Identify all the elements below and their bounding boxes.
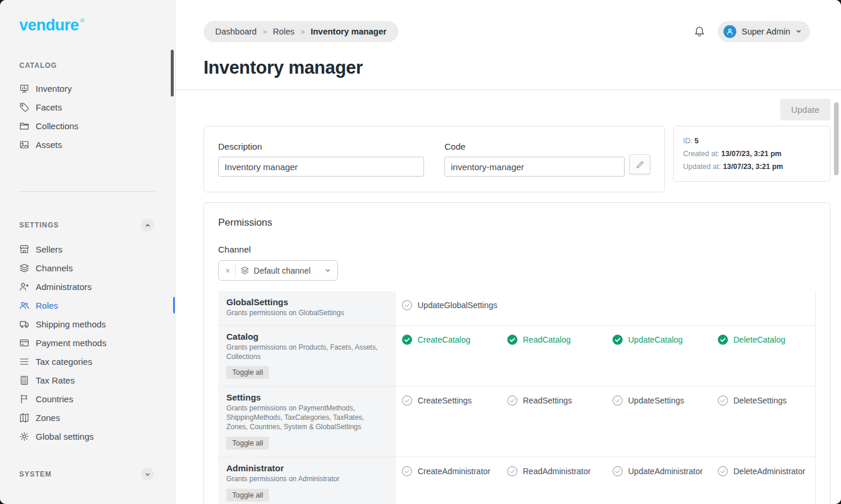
permission-checkbox[interactable]: CreateAdministrator: [402, 465, 507, 478]
edit-code-button[interactable]: [629, 154, 650, 174]
channel-value: Default channel: [254, 266, 311, 275]
store-icon: [19, 244, 29, 254]
sidebar-item-channels[interactable]: Channels: [0, 258, 175, 277]
sidebar-item-label: Tax Rates: [36, 375, 75, 385]
toggle-all-button[interactable]: Toggle all: [226, 489, 269, 502]
sidebar-item-inventory[interactable]: Inventory: [0, 79, 175, 98]
flag-icon: [19, 394, 29, 404]
sidebar-item-global-settings[interactable]: Global settings: [0, 427, 175, 446]
permission-group-info: GlobalSettings Grants permissions on Glo…: [218, 291, 396, 325]
permission-label: ReadAdministrator: [523, 467, 591, 476]
notifications-button[interactable]: [690, 22, 709, 42]
sidebar-item-label: Payment methods: [36, 338, 106, 348]
permission-group-settings: Settings Grants permissions on PaymentMe…: [218, 386, 815, 457]
sidebar-item-label: Inventory: [36, 84, 72, 94]
updated-at-label: Updated at:: [683, 163, 721, 171]
sidebar-item-facets[interactable]: Facets: [0, 98, 175, 116]
permission-group-info: Settings Grants permissions on PaymentMe…: [218, 386, 396, 456]
sidebar-item-payment-methods[interactable]: Payment methods: [0, 333, 175, 352]
description-input[interactable]: [218, 157, 424, 177]
breadcrumb: Dashboard > Roles > Inventory manager: [204, 21, 398, 42]
breadcrumb-current: Inventory manager: [311, 27, 387, 36]
app-window: vendure CATALOG Inventory Facets Collect…: [0, 0, 841, 504]
layers-icon: [19, 263, 29, 273]
chevron-up-icon[interactable]: [141, 219, 154, 232]
permission-checkbox[interactable]: ReadSettings: [507, 394, 612, 407]
gear-icon: [19, 431, 29, 441]
permission-checkbox[interactable]: DeleteAdministrator: [718, 465, 823, 478]
vendure-logo[interactable]: vendure: [0, 0, 175, 33]
toggle-all-button[interactable]: Toggle all: [226, 437, 269, 450]
section-label: SETTINGS: [19, 221, 59, 229]
id-label: ID:: [683, 137, 692, 145]
permission-checkbox[interactable]: ReadCatalog: [507, 333, 612, 346]
sidebar-item-assets[interactable]: Assets: [0, 135, 175, 154]
checkbox-circle-icon: [402, 395, 412, 406]
toggle-all-button[interactable]: Toggle all: [226, 366, 269, 379]
logo-text: vendure: [19, 18, 79, 33]
permission-checkbox[interactable]: UpdateAdministrator: [612, 465, 718, 478]
user-menu-button[interactable]: Super Admin: [718, 21, 810, 42]
entity-id-line: ID: 5: [683, 134, 821, 147]
sidebar-section-system: SYSTEM: [0, 468, 175, 481]
content: Update Description Code: [175, 99, 841, 504]
sidebar-item-collections[interactable]: Collections: [0, 116, 175, 135]
permission-checkbox[interactable]: ReadAdministrator: [507, 465, 612, 478]
sidebar-item-label: Roles: [36, 301, 58, 310]
code-label: Code: [444, 141, 650, 151]
permission-label: ReadCatalog: [523, 335, 571, 344]
sidebar-item-countries[interactable]: Countries: [0, 389, 175, 408]
created-at-label: Created at:: [683, 150, 719, 158]
permission-checkbox[interactable]: UpdateCatalog: [612, 333, 718, 346]
sidebar-item-zones[interactable]: Zones: [0, 408, 175, 427]
code-input[interactable]: [444, 157, 625, 177]
permission-checkbox[interactable]: CreateSettings: [402, 394, 507, 407]
main-scrollbar-thumb[interactable]: [834, 102, 839, 175]
permission-label: CreateCatalog: [418, 335, 470, 344]
update-button[interactable]: Update: [780, 99, 830, 120]
sidebar-section-catalog: CATALOG: [0, 59, 175, 72]
sidebar: vendure CATALOG Inventory Facets Collect…: [0, 0, 175, 504]
user-name: Super Admin: [742, 27, 790, 36]
sidebar-item-administrators[interactable]: Administrators: [0, 277, 175, 296]
chevron-down-icon[interactable]: [141, 468, 154, 481]
permission-checkbox[interactable]: DeleteSettings: [718, 394, 823, 407]
description-label: Description: [218, 141, 424, 151]
breadcrumb-roles[interactable]: Roles: [273, 27, 295, 36]
topbar-right: Super Admin: [690, 21, 810, 42]
id-value: 5: [694, 137, 698, 145]
close-icon[interactable]: ×: [225, 266, 230, 275]
description-field-group: Description: [218, 141, 424, 177]
sidebar-item-roles[interactable]: Roles: [0, 296, 175, 315]
sidebar-item-label: Sellers: [36, 244, 63, 254]
image-icon: [19, 140, 29, 150]
sidebar-item-tax-rates[interactable]: Tax Rates: [0, 371, 175, 389]
breadcrumb-dashboard[interactable]: Dashboard: [215, 27, 257, 36]
permission-group-catalog: Catalog Grants permissions on Products, …: [218, 326, 815, 387]
sidebar-item-label: Assets: [36, 140, 62, 150]
permission-checkbox[interactable]: UpdateGlobalSettings: [402, 299, 507, 312]
bell-icon: [694, 26, 705, 37]
chevron-down-icon: [325, 267, 331, 274]
sidebar-item-tax-categories[interactable]: Tax categories: [0, 352, 175, 371]
channel-select[interactable]: × Default channel: [218, 260, 338, 281]
code-field-group: Code: [444, 141, 650, 177]
permission-checkbox[interactable]: DeleteCatalog: [718, 333, 823, 346]
permissions-card: Permissions Channel × Default channel Gl…: [204, 202, 830, 504]
permission-checkbox[interactable]: CreateCatalog: [402, 333, 507, 346]
permission-group-name: GlobalSettings: [226, 297, 388, 307]
permission-group-description: Grants permissions on Administrator: [226, 475, 380, 484]
sidebar-item-label: Administrators: [36, 282, 92, 292]
main-area: Dashboard > Roles > Inventory manager Su…: [175, 0, 841, 504]
tag-icon: [19, 102, 29, 112]
role-detail-card: Description Code: [204, 126, 665, 192]
avatar: [723, 25, 736, 38]
map-icon: [19, 413, 29, 423]
channel-label: Channel: [218, 244, 816, 254]
calculator-icon: [19, 375, 29, 385]
sidebar-scrollbar-thumb[interactable]: [171, 50, 174, 96]
permission-checkbox[interactable]: UpdateSettings: [612, 394, 718, 407]
sidebar-item-sellers[interactable]: Sellers: [0, 240, 175, 258]
sidebar-item-label: Countries: [36, 394, 73, 404]
sidebar-item-shipping-methods[interactable]: Shipping methods: [0, 315, 175, 333]
